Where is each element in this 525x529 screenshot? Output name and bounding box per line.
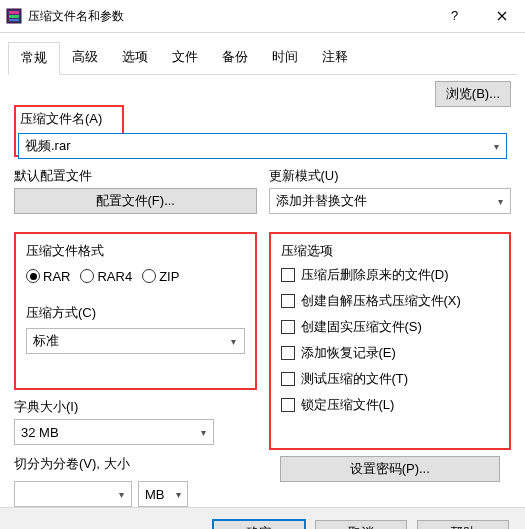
help-button[interactable]: ? <box>433 0 479 32</box>
update-mode-value: 添加并替换文件 <box>270 192 491 210</box>
set-password-button[interactable]: 设置密码(P)... <box>280 456 500 482</box>
titlebar: 压缩文件名和参数 ? <box>0 0 525 32</box>
dialog-footer: 确定 取消 帮助 <box>0 507 525 529</box>
tab-general[interactable]: 常规 <box>8 42 60 75</box>
tab-advanced[interactable]: 高级 <box>60 42 110 75</box>
split-label: 切分为分卷(V), 大小 <box>14 455 257 473</box>
chevron-down-icon: ▾ <box>490 196 510 207</box>
options-highlight: 压缩选项 压缩后删除原来的文件(D) 创建自解压格式压缩文件(X) 创建固实压缩… <box>269 232 512 450</box>
update-mode-label: 更新模式(U) <box>269 167 512 185</box>
close-button[interactable] <box>479 0 525 32</box>
default-profile-label: 默认配置文件 <box>14 167 257 185</box>
radio-rar[interactable]: RAR <box>26 269 70 284</box>
filename-label: 压缩文件名(A) <box>20 110 118 128</box>
chevron-down-icon: ▾ <box>111 489 131 500</box>
chevron-down-icon: ▾ <box>486 141 506 152</box>
update-mode-select[interactable]: 添加并替换文件 ▾ <box>269 188 512 214</box>
radio-zip[interactable]: ZIP <box>142 269 179 284</box>
dict-label: 字典大小(I) <box>14 398 257 416</box>
tab-strip: 常规 高级 选项 文件 备份 时间 注释 <box>8 41 517 74</box>
archive-name-value: 视频.rar <box>19 137 486 155</box>
chevron-down-icon: ▾ <box>193 427 213 438</box>
split-unit-select[interactable]: MB ▾ <box>138 481 188 507</box>
check-test[interactable]: 测试压缩的文件(T) <box>281 370 500 388</box>
tab-backup[interactable]: 备份 <box>210 42 260 75</box>
split-unit-value: MB <box>139 487 171 502</box>
split-size-input[interactable]: ▾ <box>14 481 132 507</box>
check-lock[interactable]: 锁定压缩文件(L) <box>281 396 500 414</box>
options-label: 压缩选项 <box>281 242 500 260</box>
svg-text:?: ? <box>451 9 458 23</box>
method-label: 压缩方式(C) <box>26 304 245 322</box>
compression-method-select[interactable]: 标准 ▾ <box>26 328 245 354</box>
tab-content: 浏览(B)... 压缩文件名(A) 视频.rar 视频.rar ▾ 默认配置文件… <box>0 75 525 507</box>
chevron-down-icon: ▾ <box>224 336 244 347</box>
help-footer-button[interactable]: 帮助 <box>417 520 509 529</box>
tab-comment[interactable]: 注释 <box>310 42 360 75</box>
check-recovery[interactable]: 添加恢复记录(E) <box>281 344 500 362</box>
tab-time[interactable]: 时间 <box>260 42 310 75</box>
tab-files[interactable]: 文件 <box>160 42 210 75</box>
browse-button[interactable]: 浏览(B)... <box>435 81 511 107</box>
check-delete-after[interactable]: 压缩后删除原来的文件(D) <box>281 266 500 284</box>
radio-rar4[interactable]: RAR4 <box>80 269 132 284</box>
archive-name-input[interactable]: 视频.rar ▾ <box>18 133 507 159</box>
svg-rect-3 <box>9 19 19 21</box>
window-title: 压缩文件名和参数 <box>28 8 433 25</box>
svg-rect-1 <box>9 11 19 14</box>
app-icon <box>6 8 22 24</box>
format-method-highlight: 压缩文件格式 RAR RAR4 ZIP 压缩方式(C) 标准 ▾ <box>14 232 257 390</box>
ok-button[interactable]: 确定 <box>213 520 305 529</box>
chevron-down-icon: ▾ <box>171 489 188 500</box>
cancel-button[interactable]: 取消 <box>315 520 407 529</box>
format-radio-group: RAR RAR4 ZIP <box>26 266 245 286</box>
format-label: 压缩文件格式 <box>26 242 245 260</box>
svg-rect-2 <box>9 15 19 18</box>
compression-method-value: 标准 <box>27 332 224 350</box>
check-solid[interactable]: 创建固实压缩文件(S) <box>281 318 500 336</box>
dictionary-size-value: 32 MB <box>15 425 193 440</box>
check-sfx[interactable]: 创建自解压格式压缩文件(X) <box>281 292 500 310</box>
profile-button[interactable]: 配置文件(F)... <box>14 188 257 214</box>
tab-options[interactable]: 选项 <box>110 42 160 75</box>
dictionary-size-select[interactable]: 32 MB ▾ <box>14 419 214 445</box>
